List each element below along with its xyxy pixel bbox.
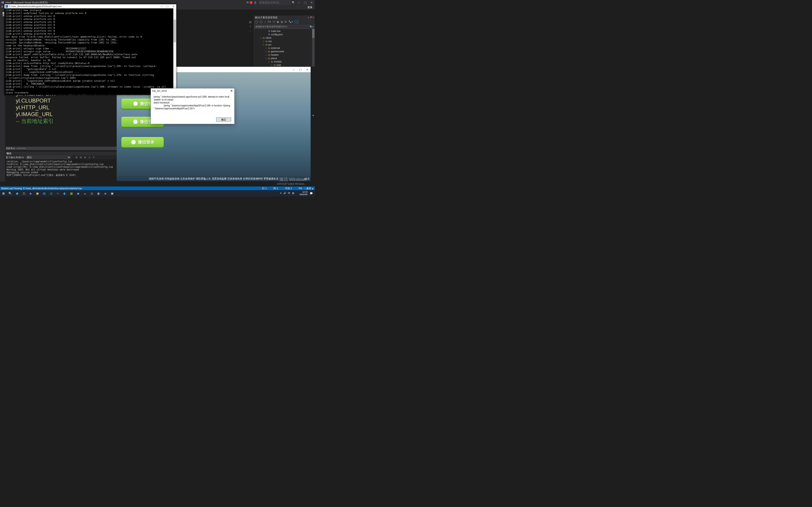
notification-count[interactable]: 2 bbox=[249, 1, 253, 4]
expand-arrow-icon[interactable]: ▷ bbox=[270, 63, 273, 67]
taskbar-app-icon[interactable]: ▤ bbox=[41, 190, 48, 196]
expand-arrow-icon[interactable]: ▷ bbox=[265, 50, 267, 53]
search-icon[interactable]: 🔍 bbox=[291, 1, 296, 4]
explorer-icon[interactable]: 🗀 bbox=[20, 190, 27, 196]
tray-chevron-icon[interactable]: ∧ bbox=[280, 192, 282, 195]
output-source-select[interactable]: 调试 bbox=[26, 156, 71, 159]
minimize-button[interactable]: ─ bbox=[159, 5, 164, 8]
taskbar-app-icon[interactable]: ◎ bbox=[88, 190, 95, 196]
taskbar-app-icon[interactable]: ◐ bbox=[61, 190, 68, 196]
wechat-login-button[interactable]: 微信登录 bbox=[121, 137, 164, 147]
tree-item[interactable]: ▷🗀external bbox=[254, 46, 315, 50]
search-button[interactable]: 🔍 bbox=[7, 190, 14, 196]
taskbar-app-icon[interactable]: ◆ bbox=[75, 190, 82, 196]
tree-item[interactable]: 🗎config.json bbox=[254, 33, 315, 36]
maximize-button[interactable]: ▢ bbox=[164, 5, 170, 8]
tray-ime-indicator[interactable]: 中 bbox=[288, 192, 290, 195]
tree-item[interactable]: ▷🗀res bbox=[254, 40, 315, 43]
tray-volume-icon[interactable]: 🔊 bbox=[284, 192, 286, 195]
output-tool-icon[interactable]: ✕ bbox=[93, 156, 95, 159]
edge-icon[interactable]: ◉ bbox=[14, 190, 20, 196]
close-button[interactable]: ✕ bbox=[308, 0, 315, 5]
minus-icon[interactable]: － bbox=[249, 29, 253, 33]
wrench-icon[interactable]: 🔧▾ bbox=[289, 20, 293, 23]
tree-item[interactable]: ▢🗀plaza bbox=[254, 57, 315, 60]
tree-item[interactable]: ▷🗀header bbox=[254, 53, 315, 57]
close-button[interactable]: ✕ bbox=[170, 5, 176, 8]
output-tool-icon[interactable]: ≣ bbox=[80, 156, 82, 159]
output-tool-icon[interactable]: ↲ bbox=[88, 156, 90, 159]
taskbar-clock[interactable]: 12:15 2022/4/8 bbox=[300, 191, 307, 196]
tree-item[interactable]: ▷🗀gamemodel bbox=[254, 50, 315, 53]
tree-item[interactable]: ▢🗀src bbox=[254, 43, 315, 46]
dropdown-icon[interactable]: ▾ bbox=[308, 16, 309, 18]
expand-arrow-icon[interactable]: ▢ bbox=[260, 36, 262, 40]
close-button[interactable]: ✕ bbox=[304, 68, 311, 71]
expand-arrow-icon[interactable]: ▷ bbox=[262, 40, 265, 43]
minimize-button[interactable]: ─ bbox=[296, 0, 302, 5]
left-toolwindow-tabs[interactable]: 服务器资源管理器 工具箱 bbox=[0, 9, 5, 181]
split-icon[interactable]: ▤ bbox=[249, 20, 253, 23]
expand-arrow-icon[interactable]: ▢ bbox=[268, 60, 270, 63]
taskbar-app-icon[interactable]: ▣ bbox=[34, 190, 41, 196]
properties-icon[interactable]: ⧉ bbox=[285, 20, 287, 23]
error-dialog: lua_src_error ✕ [string ".\client\src\pl… bbox=[151, 88, 235, 124]
solution-toolbar: ◯ ◯ ⌂ ↻▾ ↺ ▣ ▥ ⧉ 🔧▾ — bbox=[254, 19, 315, 24]
horizontal-scrollbar[interactable] bbox=[17, 148, 26, 149]
maximize-button[interactable]: ▢ bbox=[297, 68, 304, 71]
taskbar-app-icon[interactable]: ◎ bbox=[48, 190, 54, 196]
expand-arrow-icon[interactable]: ▷ bbox=[265, 46, 267, 50]
ok-button[interactable]: 确定 bbox=[216, 117, 231, 121]
console-scrollbar[interactable] bbox=[173, 8, 176, 95]
output-tool-icon[interactable]: ≣ bbox=[84, 156, 86, 159]
taskbar-app-icon[interactable]: ▣ bbox=[109, 190, 115, 196]
action-center-icon[interactable]: 💬 bbox=[308, 190, 315, 196]
solution-tree[interactable]: 🗎main.lua🗎config.json▢🗀client▷🗀res▢🗀src▷… bbox=[254, 29, 315, 71]
properties-close-icon[interactable]: ✕ bbox=[312, 114, 314, 117]
tree-item[interactable]: ▢🗀client bbox=[254, 36, 315, 40]
close-icon[interactable]: ✕ bbox=[312, 16, 314, 18]
expand-arrow-icon[interactable]: ▷ bbox=[265, 53, 267, 57]
back-icon[interactable]: ◯ bbox=[255, 20, 258, 23]
fwd-icon[interactable]: ◯ bbox=[260, 20, 262, 23]
output-tool-icon[interactable]: ≣ bbox=[75, 156, 78, 159]
expand-arrow-icon[interactable]: ▢ bbox=[262, 43, 265, 46]
collapse-icon[interactable]: ▣ bbox=[276, 20, 279, 23]
start-button[interactable]: ⊞ bbox=[0, 190, 7, 196]
expand-arrow-icon[interactable]: ▢ bbox=[265, 57, 267, 60]
sync-icon[interactable]: ↻▾ bbox=[267, 20, 271, 23]
showall-icon[interactable]: ▥ bbox=[281, 20, 283, 23]
console-output[interactable]: [LUA-print] new instance [LUA-print] und… bbox=[5, 8, 173, 95]
tree-item[interactable]: ▷🗀club bbox=[254, 63, 315, 67]
taskbar-app-icon[interactable]: ◐ bbox=[95, 190, 102, 196]
tray-ime-lang[interactable]: 英 bbox=[292, 192, 294, 195]
taskbar-app-icon[interactable]: ▲ bbox=[82, 190, 88, 196]
zoom-value[interactable]: 214 % bbox=[6, 147, 12, 150]
plus-icon[interactable]: ＋ bbox=[249, 24, 253, 28]
vs-taskbar-icon[interactable]: ◆ bbox=[27, 190, 34, 196]
home-icon[interactable]: ⌂ bbox=[264, 20, 266, 23]
preview-icon[interactable]: — bbox=[295, 20, 298, 23]
maximize-button[interactable]: ▢ bbox=[302, 0, 308, 5]
login-link[interactable]: 登录 bbox=[307, 5, 312, 9]
taskbar-app-icon[interactable]: ◆ bbox=[102, 190, 109, 196]
system-tray[interactable]: ∧ 🔊 中 英 bbox=[280, 192, 294, 195]
menu-file[interactable]: 文 bbox=[1, 5, 3, 8]
tree-item[interactable]: ▢🗀models bbox=[254, 60, 315, 63]
close-icon[interactable]: ✕ bbox=[230, 89, 233, 93]
refresh-icon[interactable]: ↺ bbox=[273, 20, 275, 23]
tree-item-label: main.lua bbox=[271, 30, 281, 33]
publish-button[interactable]: ↑ 发布 ▴ bbox=[304, 187, 313, 190]
minimize-button[interactable]: ─ bbox=[290, 68, 297, 71]
solution-scrollbar[interactable] bbox=[312, 29, 315, 66]
code-editor[interactable]: yl.FRIENDPORT yl.CLUBPORT yl.HTTP_URL yl… bbox=[16, 91, 115, 124]
feedback-icon[interactable]: 👤 bbox=[253, 1, 258, 4]
flag-icon[interactable]: 🏳 bbox=[247, 1, 249, 4]
output-content[interactable]: relative: .\base\src\app\models\ClientCo… bbox=[6, 159, 117, 181]
quick-launch-input[interactable] bbox=[258, 0, 290, 5]
solution-search[interactable]: 搜索解决方案资源管理器(Ctrl+;) 🔍▾ bbox=[254, 24, 315, 29]
tree-item[interactable]: 🗎main.lua bbox=[254, 30, 315, 33]
taskbar-app-icon[interactable]: ▦ bbox=[68, 190, 75, 196]
pin-icon[interactable]: 📌 bbox=[309, 16, 312, 18]
taskbar-app-icon[interactable]: ∿ bbox=[54, 190, 61, 196]
